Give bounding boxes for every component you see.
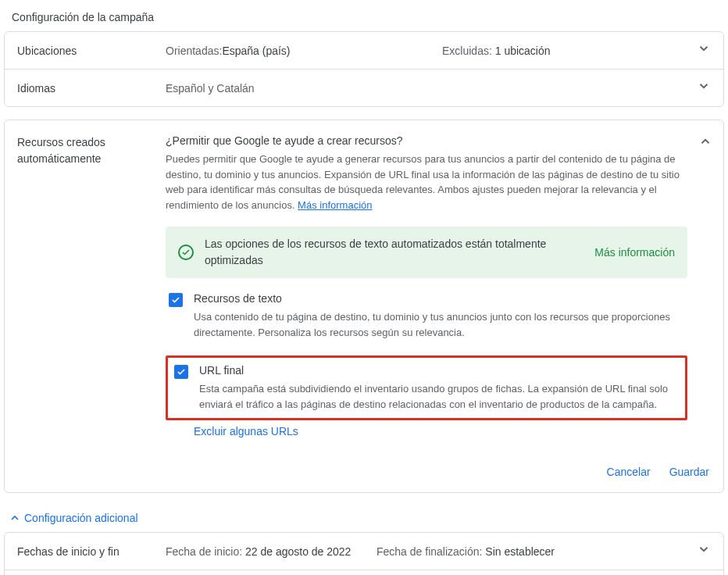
final-url-label: URL final (199, 364, 679, 377)
cancel-button[interactable]: Cancelar (607, 466, 651, 478)
auto-assets-desc: Puedes permitir que Google te ayude a ge… (166, 152, 687, 212)
locations-excluded-prefix: Excluidas: (442, 45, 495, 57)
chevron-down-icon[interactable] (697, 79, 711, 97)
text-assets-label: Recursos de texto (194, 292, 687, 305)
text-assets-option: Recursos de texto Usa contenido de tu pá… (166, 292, 687, 351)
auto-assets-card: Recursos creados automáticamente ¿Permit… (4, 120, 724, 493)
final-url-option: URL final Esta campaña está subdividiend… (171, 364, 679, 412)
start-date-value: 22 de agosto de 2022 (245, 545, 351, 558)
chevron-down-icon[interactable] (697, 542, 711, 560)
campaign-config-title: Configuración de la campaña (4, 8, 724, 31)
final-url-desc: Esta campaña está subdividiendo el inven… (199, 381, 679, 412)
final-url-highlight: URL final Esta campaña está subdividiend… (166, 355, 687, 420)
optimization-more-info-link[interactable]: Más información (594, 246, 675, 259)
final-url-checkbox[interactable] (174, 365, 188, 379)
url-options-row[interactable]: Opciones de URL de la campaña No hay nin… (5, 570, 723, 575)
end-date-prefix: Fecha de finalización: (376, 545, 485, 558)
text-assets-checkbox[interactable] (169, 293, 183, 307)
settings-card: Ubicaciones Orientadas: España (país) Ex… (4, 31, 724, 107)
dates-label: Fechas de inicio y fin (17, 545, 166, 558)
additional-config-card: Fechas de inicio y fin Fecha de inicio: … (4, 532, 724, 575)
optimization-status-text: Las opciones de los recursos de texto au… (205, 236, 574, 269)
locations-label: Ubicaciones (17, 45, 166, 57)
chevron-down-icon[interactable] (697, 41, 711, 59)
locations-targeted-value: España (país) (222, 45, 290, 57)
additional-config-toggle[interactable]: Configuración adicional (4, 505, 724, 532)
exclude-urls-link[interactable]: Excluir algunas URLs (194, 425, 298, 438)
languages-value: Español y Catalán (166, 82, 697, 95)
check-circle-icon (178, 245, 194, 260)
locations-row[interactable]: Ubicaciones Orientadas: España (país) Ex… (5, 32, 723, 70)
optimization-status-box: Las opciones de los recursos de texto au… (166, 227, 687, 278)
chevron-up-icon[interactable] (698, 134, 712, 152)
auto-assets-title: ¿Permitir que Google te ayude a crear re… (166, 134, 687, 147)
more-info-link[interactable]: Más información (298, 199, 372, 211)
auto-assets-label: Recursos creados automáticamente (17, 134, 166, 452)
languages-row[interactable]: Idiomas Español y Catalán (5, 70, 723, 106)
chevron-up-icon (9, 512, 21, 524)
action-buttons: Cancelar Guardar (5, 455, 723, 492)
text-assets-desc: Usa contenido de tu página de destino, t… (194, 309, 687, 340)
end-date-value: Sin establecer (485, 545, 555, 558)
languages-label: Idiomas (17, 82, 166, 95)
save-button[interactable]: Guardar (669, 466, 709, 478)
locations-excluded-value: 1 ubicación (495, 45, 551, 57)
start-date-prefix: Fecha de inicio: (166, 545, 245, 558)
dates-row[interactable]: Fechas de inicio y fin Fecha de inicio: … (5, 533, 723, 570)
locations-targeted-prefix: Orientadas: (166, 45, 222, 57)
